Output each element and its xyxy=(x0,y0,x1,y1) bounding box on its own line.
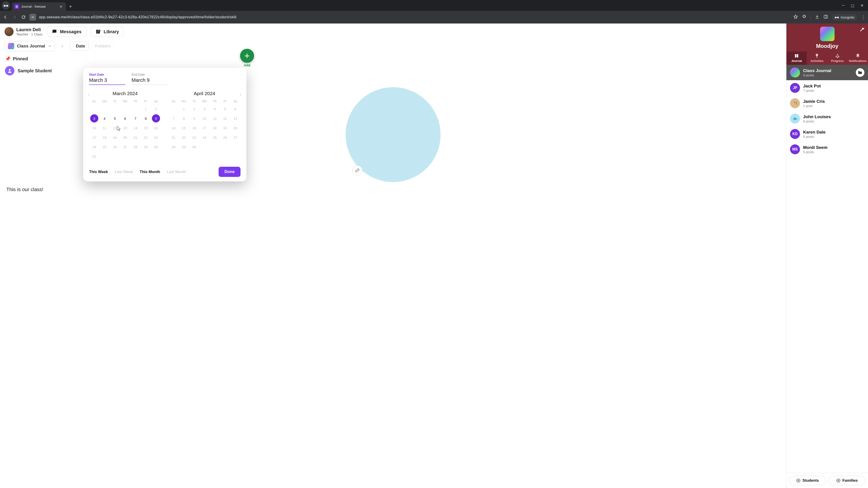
side-panel-icon[interactable] xyxy=(824,14,828,20)
calendar-day[interactable]: 12 xyxy=(110,124,120,132)
month-title: March 2024 xyxy=(89,91,161,96)
preset-this-week[interactable]: This Week xyxy=(89,170,108,174)
calendar-day[interactable]: 2 xyxy=(189,105,199,113)
calendar-day[interactable]: 21 xyxy=(168,133,179,141)
calendar-day[interactable]: 7 xyxy=(130,114,141,123)
calendar-day[interactable]: 28 xyxy=(168,143,179,151)
calendar-day[interactable]: 4 xyxy=(210,105,220,113)
done-button[interactable]: Done xyxy=(219,167,241,177)
calendar-day[interactable]: 9 xyxy=(152,114,160,123)
address-bar[interactable]: app.seesaw.me/#/class/class.e01bf4c2-9a2… xyxy=(39,15,791,20)
calendar-day[interactable]: 22 xyxy=(179,133,189,141)
new-tab-button[interactable]: + xyxy=(66,4,75,9)
kebab-menu-icon[interactable]: ⋮ xyxy=(861,14,866,20)
calendar-day[interactable]: 14 xyxy=(168,124,179,132)
calendar-day[interactable]: 26 xyxy=(110,143,120,151)
back-button[interactable] xyxy=(2,14,8,20)
seesaw-favicon: S xyxy=(14,4,19,9)
calendar-day[interactable]: 2 xyxy=(151,105,161,113)
calendar-day[interactable]: 15 xyxy=(179,124,189,132)
calendar-day[interactable]: 18 xyxy=(210,124,220,132)
weekday-label: Mo xyxy=(179,99,189,103)
browser-tab[interactable]: S Journal - Seesaw ✕ xyxy=(12,2,66,11)
prev-month-button[interactable]: ‹ xyxy=(88,92,90,97)
calendar-day[interactable]: 29 xyxy=(141,143,151,151)
calendar-day[interactable]: 11 xyxy=(210,114,220,123)
calendar-day[interactable]: 30 xyxy=(151,143,161,151)
preset-this-month[interactable]: This Month xyxy=(140,170,160,174)
calendar-day[interactable]: 25 xyxy=(210,133,220,141)
calendar-day[interactable]: 13 xyxy=(230,114,241,123)
calendar-day[interactable]: 23 xyxy=(189,133,199,141)
calendar-day[interactable]: 12 xyxy=(220,114,230,123)
calendar-day[interactable]: 10 xyxy=(89,124,99,132)
calendar-day[interactable]: 11 xyxy=(99,124,110,132)
calendar-day[interactable]: 1 xyxy=(179,105,189,113)
date-range-picker: Start Date March 3 End Date March 9 ‹ › … xyxy=(83,68,246,182)
calendar-day[interactable]: 5 xyxy=(220,105,230,113)
calendar-day[interactable]: 22 xyxy=(141,133,151,141)
calendar-day[interactable]: 6 xyxy=(120,114,130,123)
next-month-button[interactable]: › xyxy=(240,92,241,97)
tab-title: Journal - Seesaw xyxy=(21,5,56,8)
calendar-day[interactable]: 6 xyxy=(230,105,241,113)
calendar-day[interactable]: 15 xyxy=(141,124,151,132)
extensions-icon[interactable] xyxy=(802,14,807,20)
calendar-day[interactable]: 14 xyxy=(130,124,141,132)
bookmark-icon[interactable] xyxy=(794,14,798,20)
downloads-icon[interactable] xyxy=(815,14,819,20)
calendar-day[interactable]: 24 xyxy=(89,143,99,151)
end-date-field[interactable]: End Date March 9 xyxy=(131,73,168,85)
calendar-day[interactable]: 24 xyxy=(199,133,210,141)
weekday-label: Fr xyxy=(220,99,230,103)
calendar-day[interactable]: 16 xyxy=(151,124,161,132)
calendar-day[interactable]: 20 xyxy=(230,124,241,132)
site-info-icon[interactable] xyxy=(29,14,36,21)
calendar-day[interactable]: 3 xyxy=(90,114,98,123)
calendar-day[interactable]: 13 xyxy=(120,124,130,132)
calendar-month-right: April 2024SuMoTuWeThFrSa1234567891011121… xyxy=(168,91,241,160)
calendar-day[interactable]: 10 xyxy=(199,114,210,123)
weekday-label: Fr xyxy=(141,99,151,103)
calendar-day[interactable]: 19 xyxy=(110,133,120,141)
calendar-day[interactable]: 31 xyxy=(89,152,99,160)
calendar-day[interactable]: 21 xyxy=(130,133,141,141)
calendar-day[interactable]: 5 xyxy=(110,114,120,123)
preset-last-month[interactable]: Last Month xyxy=(167,170,186,174)
weekday-label: Sa xyxy=(151,99,161,103)
close-icon[interactable]: ✕ xyxy=(59,4,63,9)
weekday-label: Su xyxy=(168,99,179,103)
weekday-label: Th xyxy=(210,99,220,103)
calendar-day[interactable]: 9 xyxy=(189,114,199,123)
calendar-day[interactable]: 4 xyxy=(99,114,110,123)
calendar-day[interactable]: 19 xyxy=(220,124,230,132)
preset-last-week[interactable]: Last Week xyxy=(115,170,133,174)
calendar-day[interactable]: 1 xyxy=(141,105,151,113)
weekday-label: Sa xyxy=(230,99,241,103)
window-minimize-icon[interactable]: ─ xyxy=(842,3,844,8)
calendar-day[interactable]: 23 xyxy=(151,133,161,141)
calendar-day[interactable]: 16 xyxy=(189,124,199,132)
calendar-day[interactable]: 28 xyxy=(130,143,141,151)
calendar-day[interactable]: 20 xyxy=(120,133,130,141)
window-maximize-icon[interactable]: ▢ xyxy=(851,3,854,8)
window-close-icon[interactable]: ✕ xyxy=(861,3,864,8)
calendar-day[interactable]: 25 xyxy=(99,143,110,151)
calendar-day[interactable]: 17 xyxy=(199,124,210,132)
calendar-day[interactable]: 3 xyxy=(199,105,210,113)
weekday-label: Th xyxy=(130,99,141,103)
calendar-day[interactable]: 27 xyxy=(120,143,130,151)
start-date-field[interactable]: Start Date March 3 xyxy=(89,73,125,85)
calendar-day[interactable]: 17 xyxy=(89,133,99,141)
incognito-badge[interactable]: Incognito xyxy=(832,14,857,21)
calendar-day[interactable]: 26 xyxy=(220,133,230,141)
calendar-day[interactable]: 8 xyxy=(141,114,151,123)
calendar-day[interactable]: 27 xyxy=(230,133,241,141)
reload-button[interactable] xyxy=(20,14,27,20)
weekday-label: We xyxy=(199,99,210,103)
calendar-day[interactable]: 30 xyxy=(189,143,199,151)
calendar-day[interactable]: 7 xyxy=(168,114,179,123)
calendar-day[interactable]: 8 xyxy=(179,114,189,123)
calendar-day[interactable]: 18 xyxy=(99,133,110,141)
calendar-day[interactable]: 29 xyxy=(179,143,189,151)
